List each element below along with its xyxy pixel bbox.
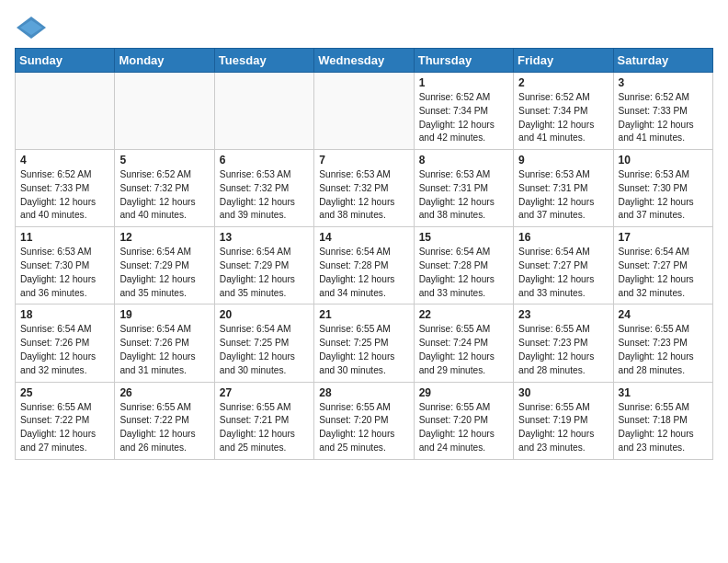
- day-info: Sunrise: 6:53 AM Sunset: 7:32 PM Dayligh…: [220, 168, 309, 223]
- calendar-day-cell: 25Sunrise: 6:55 AM Sunset: 7:22 PM Dayli…: [16, 382, 115, 459]
- day-number: 13: [220, 231, 309, 244]
- day-info: Sunrise: 6:53 AM Sunset: 7:30 PM Dayligh…: [619, 168, 708, 223]
- day-info: Sunrise: 6:55 AM Sunset: 7:19 PM Dayligh…: [518, 401, 608, 455]
- day-number: 29: [419, 386, 508, 399]
- day-number: 22: [419, 308, 508, 321]
- day-info: Sunrise: 6:55 AM Sunset: 7:21 PM Dayligh…: [220, 401, 309, 455]
- calendar-day-cell: 31Sunrise: 6:55 AM Sunset: 7:18 PM Dayli…: [613, 382, 712, 459]
- day-number: 12: [119, 231, 209, 244]
- day-info: Sunrise: 6:54 AM Sunset: 7:27 PM Dayligh…: [619, 246, 708, 300]
- day-number: 7: [319, 154, 408, 167]
- general-blue-icon: [15, 15, 48, 40]
- day-info: Sunrise: 6:52 AM Sunset: 7:34 PM Dayligh…: [518, 91, 608, 145]
- day-info: Sunrise: 6:55 AM Sunset: 7:22 PM Dayligh…: [119, 401, 209, 455]
- day-info: Sunrise: 6:54 AM Sunset: 7:25 PM Dayligh…: [220, 323, 309, 377]
- day-info: Sunrise: 6:54 AM Sunset: 7:28 PM Dayligh…: [419, 246, 508, 300]
- day-info: Sunrise: 6:53 AM Sunset: 7:32 PM Dayligh…: [319, 168, 408, 223]
- day-number: 23: [518, 308, 608, 321]
- day-number: 1: [419, 76, 508, 89]
- day-number: 9: [518, 154, 608, 167]
- calendar-day-cell: [115, 73, 214, 150]
- day-number: 14: [319, 231, 408, 244]
- calendar-day-cell: 10Sunrise: 6:53 AM Sunset: 7:30 PM Dayli…: [613, 150, 712, 227]
- day-info: Sunrise: 6:54 AM Sunset: 7:28 PM Dayligh…: [319, 246, 408, 300]
- day-info: Sunrise: 6:55 AM Sunset: 7:22 PM Dayligh…: [20, 401, 109, 455]
- day-number: 28: [319, 386, 408, 399]
- day-info: Sunrise: 6:52 AM Sunset: 7:32 PM Dayligh…: [119, 168, 209, 223]
- day-info: Sunrise: 6:54 AM Sunset: 7:27 PM Dayligh…: [518, 246, 608, 300]
- calendar-day-cell: [16, 73, 115, 150]
- calendar-day-cell: 6Sunrise: 6:53 AM Sunset: 7:32 PM Daylig…: [214, 150, 313, 227]
- calendar-day-cell: 18Sunrise: 6:54 AM Sunset: 7:26 PM Dayli…: [16, 304, 115, 382]
- calendar-day-cell: 27Sunrise: 6:55 AM Sunset: 7:21 PM Dayli…: [214, 382, 313, 459]
- day-info: Sunrise: 6:55 AM Sunset: 7:23 PM Dayligh…: [518, 323, 608, 377]
- calendar-day-cell: 2Sunrise: 6:52 AM Sunset: 7:34 PM Daylig…: [514, 73, 613, 150]
- day-number: 20: [220, 308, 309, 321]
- calendar-week-row: 1Sunrise: 6:52 AM Sunset: 7:34 PM Daylig…: [16, 73, 713, 150]
- day-info: Sunrise: 6:52 AM Sunset: 7:33 PM Dayligh…: [619, 91, 708, 145]
- calendar-day-cell: 20Sunrise: 6:54 AM Sunset: 7:25 PM Dayli…: [214, 304, 313, 382]
- day-number: 24: [619, 308, 708, 321]
- day-number: 10: [619, 154, 708, 167]
- day-number: 27: [220, 386, 309, 399]
- day-number: 2: [518, 76, 608, 89]
- calendar-day-cell: 1Sunrise: 6:52 AM Sunset: 7:34 PM Daylig…: [414, 73, 513, 150]
- day-of-week-header: Monday: [115, 49, 214, 73]
- calendar-week-row: 4Sunrise: 6:52 AM Sunset: 7:33 PM Daylig…: [16, 150, 713, 227]
- calendar-day-cell: 7Sunrise: 6:53 AM Sunset: 7:32 PM Daylig…: [314, 150, 414, 227]
- calendar-day-cell: 30Sunrise: 6:55 AM Sunset: 7:19 PM Dayli…: [514, 382, 613, 459]
- day-info: Sunrise: 6:55 AM Sunset: 7:24 PM Dayligh…: [419, 323, 508, 377]
- calendar-day-cell: 15Sunrise: 6:54 AM Sunset: 7:28 PM Dayli…: [414, 227, 513, 304]
- day-of-week-header: Saturday: [613, 49, 712, 73]
- calendar-day-cell: 28Sunrise: 6:55 AM Sunset: 7:20 PM Dayli…: [314, 382, 414, 459]
- calendar-week-row: 25Sunrise: 6:55 AM Sunset: 7:22 PM Dayli…: [16, 382, 713, 459]
- day-number: 16: [518, 231, 608, 244]
- calendar-day-cell: 12Sunrise: 6:54 AM Sunset: 7:29 PM Dayli…: [115, 227, 214, 304]
- day-of-week-header: Tuesday: [214, 49, 313, 73]
- day-info: Sunrise: 6:52 AM Sunset: 7:33 PM Dayligh…: [20, 168, 109, 223]
- calendar-day-cell: 24Sunrise: 6:55 AM Sunset: 7:23 PM Dayli…: [613, 304, 712, 382]
- calendar-day-cell: 14Sunrise: 6:54 AM Sunset: 7:28 PM Dayli…: [314, 227, 414, 304]
- header: [15, 15, 713, 40]
- calendar-day-cell: 9Sunrise: 6:53 AM Sunset: 7:31 PM Daylig…: [514, 150, 613, 227]
- day-info: Sunrise: 6:53 AM Sunset: 7:31 PM Dayligh…: [518, 168, 608, 223]
- calendar-day-cell: 8Sunrise: 6:53 AM Sunset: 7:31 PM Daylig…: [414, 150, 513, 227]
- calendar-day-cell: 26Sunrise: 6:55 AM Sunset: 7:22 PM Dayli…: [115, 382, 214, 459]
- calendar-day-cell: 21Sunrise: 6:55 AM Sunset: 7:25 PM Dayli…: [314, 304, 414, 382]
- day-of-week-header: Sunday: [16, 49, 115, 73]
- day-info: Sunrise: 6:54 AM Sunset: 7:29 PM Dayligh…: [220, 246, 309, 300]
- calendar-day-cell: 23Sunrise: 6:55 AM Sunset: 7:23 PM Dayli…: [514, 304, 613, 382]
- calendar-day-cell: [314, 73, 414, 150]
- calendar-day-cell: 3Sunrise: 6:52 AM Sunset: 7:33 PM Daylig…: [613, 73, 712, 150]
- calendar-day-cell: [214, 73, 313, 150]
- day-number: 31: [619, 386, 708, 399]
- day-number: 5: [119, 154, 209, 167]
- day-number: 25: [20, 386, 109, 399]
- day-number: 4: [20, 154, 109, 167]
- calendar-day-cell: 13Sunrise: 6:54 AM Sunset: 7:29 PM Dayli…: [214, 227, 313, 304]
- calendar-day-cell: 29Sunrise: 6:55 AM Sunset: 7:20 PM Dayli…: [414, 382, 513, 459]
- day-info: Sunrise: 6:55 AM Sunset: 7:18 PM Dayligh…: [619, 401, 708, 455]
- day-number: 17: [619, 231, 708, 244]
- day-info: Sunrise: 6:54 AM Sunset: 7:29 PM Dayligh…: [119, 246, 209, 300]
- calendar-day-cell: 19Sunrise: 6:54 AM Sunset: 7:26 PM Dayli…: [115, 304, 214, 382]
- calendar-day-cell: 17Sunrise: 6:54 AM Sunset: 7:27 PM Dayli…: [613, 227, 712, 304]
- day-info: Sunrise: 6:54 AM Sunset: 7:26 PM Dayligh…: [119, 323, 209, 377]
- calendar-week-row: 11Sunrise: 6:53 AM Sunset: 7:30 PM Dayli…: [16, 227, 713, 304]
- calendar-day-cell: 11Sunrise: 6:53 AM Sunset: 7:30 PM Dayli…: [16, 227, 115, 304]
- day-info: Sunrise: 6:53 AM Sunset: 7:30 PM Dayligh…: [20, 246, 109, 300]
- day-number: 3: [619, 76, 708, 89]
- day-info: Sunrise: 6:53 AM Sunset: 7:31 PM Dayligh…: [419, 168, 508, 223]
- calendar-day-cell: 4Sunrise: 6:52 AM Sunset: 7:33 PM Daylig…: [16, 150, 115, 227]
- calendar-day-cell: 22Sunrise: 6:55 AM Sunset: 7:24 PM Dayli…: [414, 304, 513, 382]
- calendar-header-row: SundayMondayTuesdayWednesdayThursdayFrid…: [16, 49, 713, 73]
- day-number: 8: [419, 154, 508, 167]
- day-info: Sunrise: 6:55 AM Sunset: 7:20 PM Dayligh…: [419, 401, 508, 455]
- day-of-week-header: Thursday: [414, 49, 513, 73]
- calendar-week-row: 18Sunrise: 6:54 AM Sunset: 7:26 PM Dayli…: [16, 304, 713, 382]
- day-number: 6: [220, 154, 309, 167]
- day-info: Sunrise: 6:55 AM Sunset: 7:20 PM Dayligh…: [319, 401, 408, 455]
- day-info: Sunrise: 6:55 AM Sunset: 7:25 PM Dayligh…: [319, 323, 408, 377]
- day-info: Sunrise: 6:55 AM Sunset: 7:23 PM Dayligh…: [619, 323, 708, 377]
- day-number: 15: [419, 231, 508, 244]
